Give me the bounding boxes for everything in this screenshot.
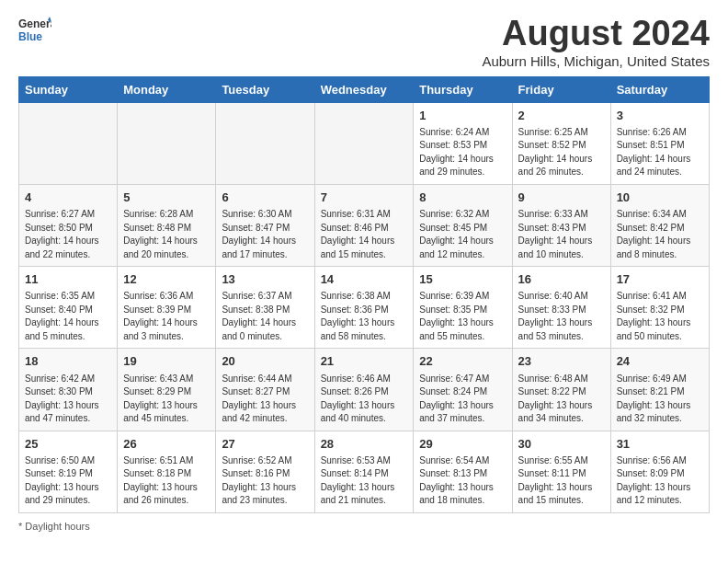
day-info: Sunrise: 6:43 AM Sunset: 8:29 PM Dayligh… <box>123 373 210 426</box>
day-info: Sunrise: 6:54 AM Sunset: 8:13 PM Dayligh… <box>419 454 506 508</box>
calendar-day-cell: 25Sunrise: 6:50 AM Sunset: 8:19 PM Dayli… <box>19 431 118 512</box>
day-info: Sunrise: 6:32 AM Sunset: 8:45 PM Dayligh… <box>419 208 506 261</box>
calendar-day-cell: 7Sunrise: 6:31 AM Sunset: 8:46 PM Daylig… <box>314 184 414 266</box>
day-number: 3 <box>617 108 703 124</box>
day-info: Sunrise: 6:50 AM Sunset: 8:19 PM Dayligh… <box>25 454 111 508</box>
day-info: Sunrise: 6:27 AM Sunset: 8:50 PM Dayligh… <box>25 208 111 261</box>
day-info: Sunrise: 6:40 AM Sunset: 8:33 PM Dayligh… <box>518 290 605 343</box>
day-number: 16 <box>518 271 605 288</box>
day-info: Sunrise: 6:34 AM Sunset: 8:42 PM Dayligh… <box>617 208 703 261</box>
calendar-header-row: SundayMondayTuesdayWednesdayThursdayFrid… <box>19 76 710 102</box>
calendar-day-cell: 24Sunrise: 6:49 AM Sunset: 8:21 PM Dayli… <box>610 349 709 431</box>
day-number: 2 <box>518 108 605 124</box>
calendar-day-cell: 19Sunrise: 6:43 AM Sunset: 8:29 PM Dayli… <box>118 349 216 431</box>
calendar-week-row: 25Sunrise: 6:50 AM Sunset: 8:19 PM Dayli… <box>19 431 710 512</box>
day-info: Sunrise: 6:55 AM Sunset: 8:11 PM Dayligh… <box>518 454 605 508</box>
day-number: 27 <box>222 436 308 453</box>
calendar-day-cell: 31Sunrise: 6:56 AM Sunset: 8:09 PM Dayli… <box>610 431 709 512</box>
day-number: 25 <box>25 436 111 453</box>
day-number: 7 <box>321 190 408 206</box>
calendar-day-cell: 9Sunrise: 6:33 AM Sunset: 8:43 PM Daylig… <box>512 184 610 266</box>
day-info: Sunrise: 6:56 AM Sunset: 8:09 PM Dayligh… <box>617 454 703 508</box>
day-info: Sunrise: 6:36 AM Sunset: 8:39 PM Dayligh… <box>123 290 210 343</box>
calendar-day-cell: 21Sunrise: 6:46 AM Sunset: 8:26 PM Dayli… <box>314 349 414 431</box>
calendar-week-row: 11Sunrise: 6:35 AM Sunset: 8:40 PM Dayli… <box>19 267 710 349</box>
calendar-table: SundayMondayTuesdayWednesdayThursdayFrid… <box>18 76 710 513</box>
day-info: Sunrise: 6:33 AM Sunset: 8:43 PM Dayligh… <box>518 208 605 261</box>
day-number: 17 <box>617 271 703 288</box>
calendar-day-cell <box>314 102 414 184</box>
calendar-week-row: 4Sunrise: 6:27 AM Sunset: 8:50 PM Daylig… <box>19 184 710 266</box>
footer-note-text: Daylight hours <box>25 521 89 532</box>
weekday-header-wednesday: Wednesday <box>314 76 414 102</box>
day-info: Sunrise: 6:53 AM Sunset: 8:14 PM Dayligh… <box>321 454 408 508</box>
day-number: 24 <box>617 353 703 370</box>
day-info: Sunrise: 6:37 AM Sunset: 8:38 PM Dayligh… <box>222 290 308 343</box>
calendar-day-cell: 2Sunrise: 6:25 AM Sunset: 8:52 PM Daylig… <box>512 102 610 184</box>
day-number: 28 <box>321 436 408 453</box>
calendar-day-cell: 18Sunrise: 6:42 AM Sunset: 8:30 PM Dayli… <box>19 349 118 431</box>
calendar-day-cell: 5Sunrise: 6:28 AM Sunset: 8:48 PM Daylig… <box>118 184 216 266</box>
calendar-day-cell: 12Sunrise: 6:36 AM Sunset: 8:39 PM Dayli… <box>118 267 216 349</box>
calendar-day-cell: 20Sunrise: 6:44 AM Sunset: 8:27 PM Dayli… <box>216 349 314 431</box>
day-number: 29 <box>419 436 506 453</box>
day-number: 19 <box>123 353 210 370</box>
day-info: Sunrise: 6:41 AM Sunset: 8:32 PM Dayligh… <box>617 290 703 343</box>
day-info: Sunrise: 6:35 AM Sunset: 8:40 PM Dayligh… <box>25 290 111 343</box>
logo-icon: General Blue <box>18 15 51 48</box>
day-number: 15 <box>419 271 506 288</box>
day-info: Sunrise: 6:52 AM Sunset: 8:16 PM Dayligh… <box>222 454 308 508</box>
day-number: 31 <box>617 436 703 453</box>
calendar-day-cell: 3Sunrise: 6:26 AM Sunset: 8:51 PM Daylig… <box>610 102 709 184</box>
day-number: 14 <box>321 271 408 288</box>
day-number: 21 <box>321 353 408 370</box>
calendar-week-row: 18Sunrise: 6:42 AM Sunset: 8:30 PM Dayli… <box>19 349 710 431</box>
weekday-header-friday: Friday <box>512 76 610 102</box>
calendar-day-cell: 8Sunrise: 6:32 AM Sunset: 8:45 PM Daylig… <box>414 184 512 266</box>
calendar-day-cell: 14Sunrise: 6:38 AM Sunset: 8:36 PM Dayli… <box>314 267 414 349</box>
day-info: Sunrise: 6:31 AM Sunset: 8:46 PM Dayligh… <box>321 208 408 261</box>
day-number: 13 <box>222 271 308 288</box>
calendar-day-cell <box>118 102 216 184</box>
calendar-day-cell: 26Sunrise: 6:51 AM Sunset: 8:18 PM Dayli… <box>118 431 216 512</box>
calendar-day-cell: 4Sunrise: 6:27 AM Sunset: 8:50 PM Daylig… <box>19 184 118 266</box>
location-title: Auburn Hills, Michigan, United States <box>482 53 710 69</box>
calendar-day-cell: 27Sunrise: 6:52 AM Sunset: 8:16 PM Dayli… <box>216 431 314 512</box>
day-info: Sunrise: 6:39 AM Sunset: 8:35 PM Dayligh… <box>419 290 506 343</box>
month-title: August 2024 <box>482 15 710 53</box>
calendar-day-cell: 11Sunrise: 6:35 AM Sunset: 8:40 PM Dayli… <box>19 267 118 349</box>
day-number: 5 <box>123 190 210 206</box>
calendar-day-cell: 16Sunrise: 6:40 AM Sunset: 8:33 PM Dayli… <box>512 267 610 349</box>
svg-text:General: General <box>18 17 51 30</box>
weekday-header-tuesday: Tuesday <box>216 76 314 102</box>
day-info: Sunrise: 6:48 AM Sunset: 8:22 PM Dayligh… <box>518 373 605 426</box>
day-number: 23 <box>518 353 605 370</box>
calendar-day-cell <box>216 102 314 184</box>
calendar-day-cell: 22Sunrise: 6:47 AM Sunset: 8:24 PM Dayli… <box>414 349 512 431</box>
calendar-day-cell: 15Sunrise: 6:39 AM Sunset: 8:35 PM Dayli… <box>414 267 512 349</box>
calendar-week-row: 1Sunrise: 6:24 AM Sunset: 8:53 PM Daylig… <box>19 102 710 184</box>
day-number: 1 <box>419 108 506 124</box>
svg-text:Blue: Blue <box>18 30 42 43</box>
weekday-header-saturday: Saturday <box>610 76 709 102</box>
day-info: Sunrise: 6:44 AM Sunset: 8:27 PM Dayligh… <box>222 373 308 426</box>
day-number: 6 <box>222 190 308 206</box>
calendar-day-cell: 1Sunrise: 6:24 AM Sunset: 8:53 PM Daylig… <box>414 102 512 184</box>
day-info: Sunrise: 6:28 AM Sunset: 8:48 PM Dayligh… <box>123 208 210 261</box>
day-info: Sunrise: 6:38 AM Sunset: 8:36 PM Dayligh… <box>321 290 408 343</box>
day-number: 22 <box>419 353 506 370</box>
calendar-day-cell: 29Sunrise: 6:54 AM Sunset: 8:13 PM Dayli… <box>414 431 512 512</box>
logo: General Blue <box>18 15 51 48</box>
day-info: Sunrise: 6:25 AM Sunset: 8:52 PM Dayligh… <box>518 126 605 179</box>
day-number: 4 <box>25 190 111 206</box>
day-info: Sunrise: 6:24 AM Sunset: 8:53 PM Dayligh… <box>419 126 506 179</box>
day-number: 8 <box>419 190 506 206</box>
title-block: August 2024 Auburn Hills, Michigan, Unit… <box>482 15 710 69</box>
day-number: 10 <box>617 190 703 206</box>
calendar-day-cell: 30Sunrise: 6:55 AM Sunset: 8:11 PM Dayli… <box>512 431 610 512</box>
calendar-day-cell: 28Sunrise: 6:53 AM Sunset: 8:14 PM Dayli… <box>314 431 414 512</box>
weekday-header-thursday: Thursday <box>414 76 512 102</box>
day-number: 9 <box>518 190 605 206</box>
calendar-day-cell <box>19 102 118 184</box>
calendar-day-cell: 23Sunrise: 6:48 AM Sunset: 8:22 PM Dayli… <box>512 349 610 431</box>
